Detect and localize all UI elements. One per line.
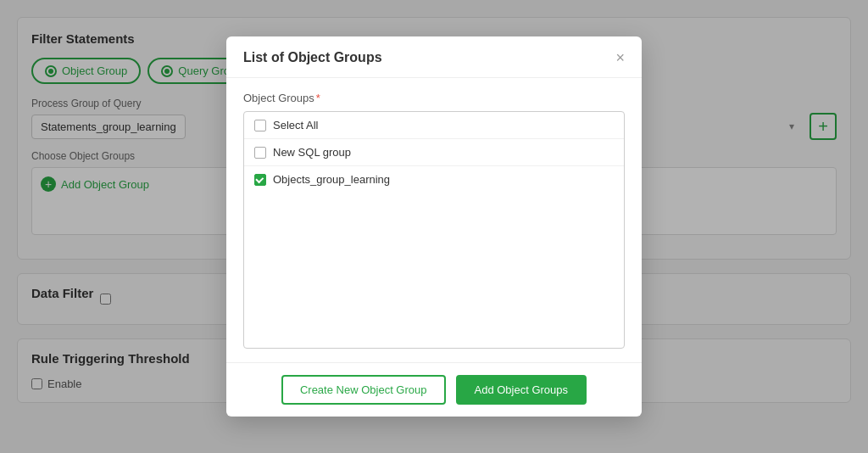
modal-close-button[interactable]: × bbox=[615, 50, 625, 65]
object-groups-list-box: Select All New SQL group Objects_group_l… bbox=[243, 111, 625, 349]
list-item[interactable]: Objects_group_learning bbox=[244, 166, 624, 193]
modal-overlay: List of Object Groups × Object Groups* S… bbox=[0, 0, 868, 453]
objects-group-learning-checkbox[interactable] bbox=[254, 174, 266, 186]
modal-footer: Create New Object Group Add Object Group… bbox=[226, 362, 642, 417]
new-sql-group-checkbox[interactable] bbox=[254, 147, 266, 159]
select-all-item[interactable]: Select All bbox=[244, 112, 624, 139]
modal-body: Object Groups* Select All New SQL group … bbox=[226, 78, 642, 362]
list-item[interactable]: New SQL group bbox=[244, 139, 624, 166]
select-all-checkbox[interactable] bbox=[254, 120, 266, 131]
select-all-label: Select All bbox=[273, 119, 318, 131]
modal-header: List of Object Groups × bbox=[226, 36, 642, 78]
modal-title: List of Object Groups bbox=[243, 50, 382, 65]
new-sql-group-label: New SQL group bbox=[273, 146, 351, 159]
create-new-object-group-button[interactable]: Create New Object Group bbox=[281, 375, 446, 405]
object-groups-field-label: Object Groups* bbox=[243, 92, 625, 104]
list-of-object-groups-modal: List of Object Groups × Object Groups* S… bbox=[226, 36, 642, 417]
add-object-groups-button[interactable]: Add Object Groups bbox=[456, 375, 587, 405]
objects-group-learning-label: Objects_group_learning bbox=[273, 173, 390, 186]
required-marker: * bbox=[316, 92, 320, 104]
